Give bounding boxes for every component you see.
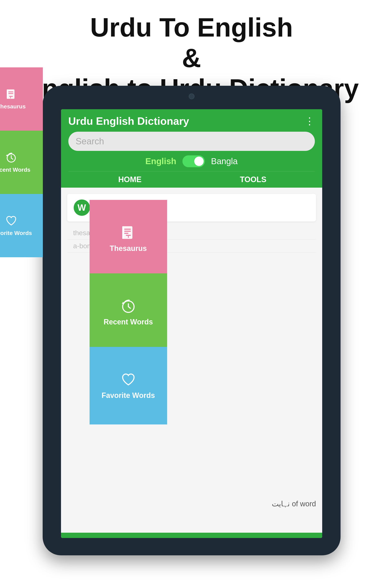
header-line1: Urdu To English xyxy=(90,12,293,42)
feature-tiles-grid: Thesaurus Recent Words xyxy=(90,200,237,420)
tile-thesaurus-large[interactable]: Thesaurus xyxy=(90,200,167,277)
history-icon xyxy=(120,298,137,315)
content-urdu-text: of word نہایت xyxy=(67,500,316,508)
svg-rect-11 xyxy=(8,91,13,92)
bottom-bar xyxy=(61,533,322,538)
svg-rect-5 xyxy=(126,235,131,236)
content-row: of word نہایت xyxy=(67,500,316,508)
heart-icon xyxy=(120,372,137,388)
tablet-screen: Urdu English Dictionary ⋮ Search English… xyxy=(61,109,322,538)
svg-rect-3 xyxy=(124,231,131,232)
svg-rect-4 xyxy=(124,233,128,234)
app-content: W Word of t... thesaurus a-bomb xyxy=(61,188,322,538)
lang-english-label: English xyxy=(145,156,176,166)
svg-rect-1 xyxy=(122,226,124,239)
svg-rect-12 xyxy=(8,93,13,94)
word-avatar: W xyxy=(74,199,90,216)
app-title: Urdu English Dictionary xyxy=(68,115,189,127)
sidebar-tile-thesaurus[interactable]: Thesaurus xyxy=(0,67,43,131)
app-header: Urdu English Dictionary ⋮ Search English… xyxy=(61,109,322,188)
sidebar-book-icon xyxy=(5,88,17,101)
svg-rect-2 xyxy=(124,229,131,230)
svg-rect-6 xyxy=(128,236,129,238)
book-icon xyxy=(120,225,137,241)
search-input[interactable]: Search xyxy=(68,132,315,151)
svg-rect-14 xyxy=(10,97,11,98)
sidebar-tile-recent[interactable]: Recent Words xyxy=(0,131,43,194)
sidebar-tiles: Thesaurus Recent Words Favorite Words xyxy=(0,67,43,257)
more-options-icon[interactable]: ⋮ xyxy=(305,115,315,127)
tile-recent-label: Recent Words xyxy=(104,318,153,326)
tablet-camera xyxy=(189,93,194,99)
tile-thesaurus-label: Thesaurus xyxy=(110,244,147,253)
sidebar-heart-icon xyxy=(5,215,17,227)
tab-tools[interactable]: TOOLS xyxy=(192,171,315,188)
language-toggle-row: English Bangla xyxy=(68,155,315,167)
toggle-knob xyxy=(194,157,204,166)
svg-rect-13 xyxy=(9,96,13,97)
sidebar-tile-favorites[interactable]: Favorite Words xyxy=(0,194,43,257)
svg-rect-10 xyxy=(7,89,8,99)
lang-bangla-label: Bangla xyxy=(211,156,238,166)
tile-recent-large[interactable]: Recent Words xyxy=(90,273,167,351)
sidebar-thesaurus-label: Thesaurus xyxy=(0,103,26,110)
tablet-device: Urdu English Dictionary ⋮ Search English… xyxy=(43,86,341,555)
nav-tabs: HOME TOOLS xyxy=(68,171,315,188)
tile-favorites-large[interactable]: Favorite Words xyxy=(90,347,167,424)
sidebar-history-icon xyxy=(5,151,17,164)
tab-home[interactable]: HOME xyxy=(68,171,192,188)
sidebar-favorites-label: Favorite Words xyxy=(0,230,32,236)
header-line2: & xyxy=(182,43,201,73)
tile-favorites-label: Favorite Words xyxy=(102,391,155,400)
sidebar-recent-label: Recent Words xyxy=(0,167,30,173)
language-toggle[interactable] xyxy=(182,155,205,167)
